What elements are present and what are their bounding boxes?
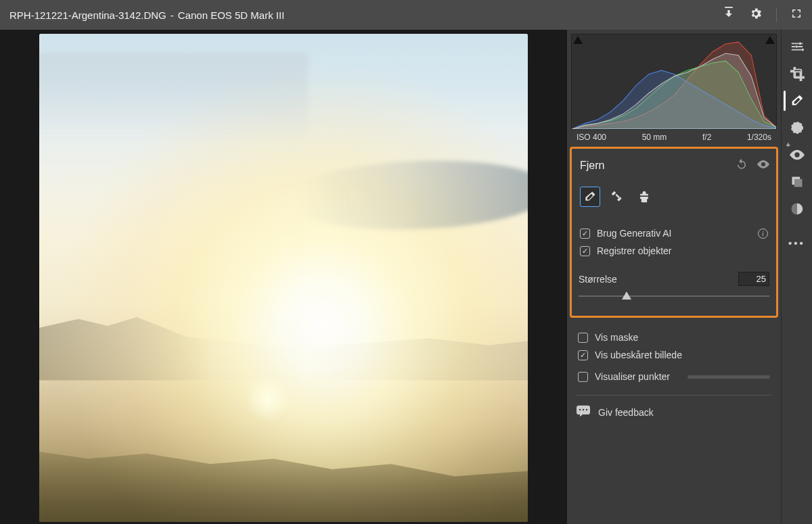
svg-point-2 — [801, 49, 804, 51]
show-mask-label: Vis maske — [595, 332, 638, 343]
svg-point-3 — [791, 122, 803, 134]
generative-ai-checkbox[interactable] — [580, 229, 590, 239]
show-mask-checkbox[interactable] — [578, 333, 588, 343]
adjust-sliders-icon[interactable] — [784, 34, 811, 59]
undo-icon[interactable] — [736, 158, 748, 173]
redeye-icon[interactable]: + — [784, 142, 811, 168]
histogram-section: ISO 400 50 mm f/2 1/320s — [567, 30, 781, 141]
size-slider[interactable] — [579, 291, 769, 301]
info-icon[interactable]: i — [758, 229, 768, 239]
aperture-label: f/2 — [702, 133, 711, 142]
histogram[interactable] — [571, 34, 777, 130]
fullscreen-icon[interactable] — [790, 7, 803, 22]
title-separator: - — [171, 9, 174, 21]
titlebar: RPH-121221-Argentina-3142.DNG - Canon EO… — [0, 0, 812, 30]
lens-blur-icon[interactable] — [784, 196, 811, 222]
generative-ai-label: Brug Generativ AI — [597, 228, 672, 239]
more-icon[interactable]: ••• — [784, 230, 811, 256]
photo-preview — [39, 34, 528, 522]
svg-point-0 — [798, 43, 801, 45]
size-slider-block: Størrelse — [579, 272, 769, 301]
clone-stamp-tool[interactable] — [634, 187, 654, 207]
show-uncropped-label: Vis ubeskåret billede — [595, 350, 682, 360]
heal-tool[interactable] — [607, 187, 627, 207]
size-input[interactable] — [738, 272, 769, 286]
divider — [577, 395, 771, 396]
visualize-points-label: Visualiser punkter — [595, 371, 670, 382]
feedback-label: Giv feedback — [598, 407, 654, 418]
image-canvas[interactable] — [0, 30, 567, 524]
shutter-label: 1/320s — [747, 133, 771, 142]
detect-objects-checkbox[interactable] — [580, 246, 590, 256]
divider — [776, 7, 777, 22]
iso-label: ISO 400 — [577, 133, 606, 142]
eraser-rail-icon[interactable] — [784, 88, 811, 114]
visualize-points-row: Visualiser punkter — [577, 368, 771, 385]
generative-ai-row: Brug Generativ AI i — [579, 224, 769, 242]
tool-rail: + ••• — [781, 30, 812, 524]
filename: RPH-121221-Argentina-3142.DNG — [9, 9, 166, 21]
visualize-points-slider[interactable] — [687, 375, 770, 379]
camera-model: Canon EOS 5D Mark III — [178, 9, 285, 21]
visualize-points-checkbox[interactable] — [578, 372, 588, 382]
radial-mask-icon[interactable] — [784, 115, 811, 141]
detect-objects-label: Registrer objekter — [597, 245, 672, 256]
feedback-row[interactable]: Giv feedback — [577, 405, 771, 419]
crop-icon[interactable] — [784, 61, 811, 87]
remove-panel: Fjern — [570, 147, 778, 318]
focal-label: 50 mm — [642, 133, 667, 142]
eraser-tool[interactable] — [580, 187, 600, 207]
show-uncropped-row: Vis ubeskåret billede — [577, 346, 771, 364]
title-text: RPH-121221-Argentina-3142.DNG - Canon EO… — [9, 9, 284, 21]
show-uncropped-checkbox[interactable] — [578, 350, 588, 360]
export-icon[interactable] — [722, 7, 736, 23]
tool-row — [579, 187, 769, 207]
show-mask-row: Vis maske — [577, 329, 771, 346]
side-panel: ISO 400 50 mm f/2 1/320s Fjern — [567, 30, 781, 524]
detect-objects-row: Registrer objekter — [579, 242, 769, 260]
eye-icon[interactable] — [757, 160, 769, 172]
gear-icon[interactable] — [749, 7, 763, 23]
size-label: Størrelse — [579, 274, 617, 285]
lower-controls: Vis maske Vis ubeskåret billede Visualis… — [567, 329, 781, 419]
svg-point-1 — [795, 45, 798, 48]
panel-title: Fjern — [579, 160, 604, 172]
layers-icon[interactable] — [784, 169, 811, 195]
chat-icon — [577, 405, 590, 419]
